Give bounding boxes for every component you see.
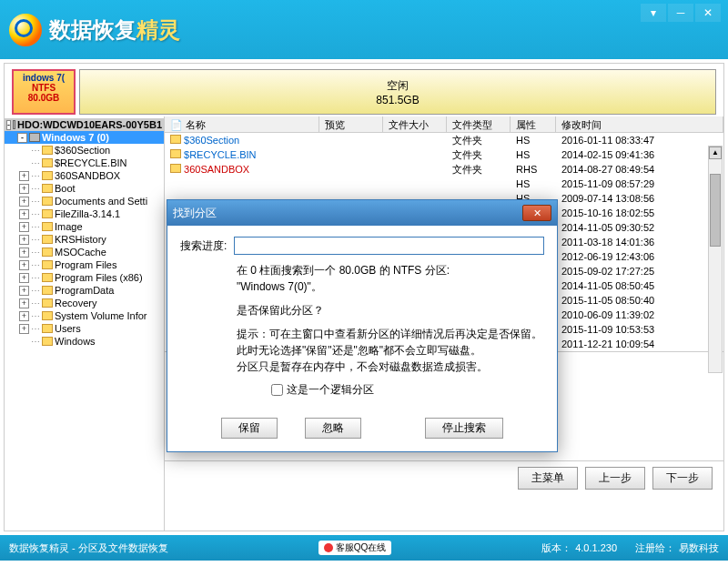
partition-map: indows 7( NTFS 80.0GB 空闲 851.5GB — [5, 64, 723, 116]
folder-icon — [42, 337, 53, 346]
tree-folder[interactable]: +⋯Users — [5, 322, 164, 335]
folder-icon — [42, 197, 53, 206]
progress-label: 搜索进度: — [180, 238, 227, 254]
dialog-close-button[interactable]: ✕ — [522, 205, 551, 221]
logical-partition-checkbox[interactable]: 这是一个逻辑分区 — [271, 382, 544, 398]
folder-icon — [42, 273, 53, 282]
file-row[interactable]: HS2015-11-09 08:57:29 — [165, 177, 723, 191]
folder-icon — [42, 324, 53, 333]
folder-icon — [42, 158, 53, 167]
folder-tree[interactable]: - HDO:WDCWD10EARS-00Y5B1 - Windows 7 (0)… — [5, 116, 165, 531]
folder-icon — [42, 311, 53, 320]
file-row[interactable]: $RECYCLE.BIN文件夹HS2014-02-15 09:41:36 — [165, 147, 723, 162]
disk-icon — [13, 120, 15, 129]
tree-volume[interactable]: - Windows 7 (0) — [5, 131, 164, 144]
tree-folder[interactable]: +⋯KRSHistory — [5, 233, 164, 246]
file-list-header: 📄 名称 预览 文件大小 文件类型 属性 修改时间 — [165, 116, 723, 133]
folder-icon — [170, 149, 181, 158]
tree-folder[interactable]: ⋯$360Section — [5, 144, 164, 157]
qq-support-button[interactable]: 客服QQ在线 — [318, 541, 392, 555]
scroll-up-icon[interactable]: ▲ — [709, 147, 722, 159]
titlebar: 数据恢复精灵 ▾ ─ ✕ — [0, 0, 728, 59]
tree-folder[interactable]: ⋯Windows — [5, 335, 164, 348]
app-title: 数据恢复精灵 — [49, 15, 180, 45]
file-row[interactable]: $360Section文件夹HS2016-01-11 08:33:47 — [165, 133, 723, 147]
folder-icon — [42, 209, 53, 218]
dropdown-icon[interactable]: ▾ — [641, 4, 666, 22]
main-menu-button[interactable]: 主菜单 — [518, 467, 578, 490]
skip-button[interactable]: 忽略 — [305, 418, 361, 439]
tree-folder[interactable]: +⋯Program Files — [5, 258, 164, 271]
app-logo-icon — [9, 14, 42, 46]
folder-icon — [42, 286, 53, 295]
progress-input[interactable] — [234, 237, 544, 255]
folder-icon — [42, 298, 53, 308]
folder-icon — [42, 222, 53, 231]
status-registration: 注册给：易数科技 — [635, 541, 719, 555]
volume-icon — [29, 133, 40, 142]
folder-icon — [42, 184, 53, 193]
qq-icon — [324, 543, 333, 552]
tree-folder[interactable]: +⋯Documents and Setti — [5, 195, 164, 207]
tree-folder[interactable]: +⋯MSOCache — [5, 246, 164, 258]
status-left: 数据恢复精灵 - 分区及文件数据恢复 — [9, 541, 168, 555]
stop-search-button[interactable]: 停止搜索 — [425, 418, 503, 439]
minimize-button[interactable]: ─ — [668, 4, 693, 22]
file-list-scrollbar[interactable]: ▲ — [708, 146, 723, 373]
tree-folder[interactable]: +⋯Boot — [5, 182, 164, 195]
partition-free[interactable]: 空闲 851.5GB — [79, 69, 716, 115]
folder-icon — [42, 171, 53, 180]
tree-folder[interactable]: +⋯ProgramData — [5, 284, 164, 297]
keep-button[interactable]: 保留 — [221, 418, 278, 439]
tree-folder[interactable]: +⋯360SANDBOX — [5, 169, 164, 182]
folder-icon — [42, 248, 53, 257]
tree-folder[interactable]: +⋯System Volume Infor — [5, 309, 164, 322]
tree-folder[interactable]: +⋯FileZilla-3.14.1 — [5, 207, 164, 220]
found-partition-dialog: 找到分区 ✕ 搜索进度: 在 0 柱面搜索到一个 80.0GB 的 NTFS 分… — [167, 199, 558, 452]
tree-folder[interactable]: +⋯Image — [5, 220, 164, 233]
folder-icon — [42, 235, 53, 244]
prev-button[interactable]: 上一步 — [585, 467, 645, 490]
close-button[interactable]: ✕ — [695, 4, 721, 22]
dialog-titlebar[interactable]: 找到分区 ✕ — [167, 200, 557, 226]
folder-icon — [42, 260, 53, 269]
status-version: 版本：4.0.1.230 — [541, 541, 617, 555]
tree-folder[interactable]: ⋯$RECYCLE.BIN — [5, 157, 164, 169]
tree-disk[interactable]: - HDO:WDCWD10EARS-00Y5B1 — [5, 118, 164, 131]
scroll-thumb[interactable] — [710, 174, 721, 247]
dialog-message: 在 0 柱面搜索到一个 80.0GB 的 NTFS 分区: "Windows 7… — [237, 262, 544, 375]
next-button[interactable]: 下一步 — [652, 467, 713, 490]
folder-icon — [170, 135, 181, 144]
partition-selected[interactable]: indows 7( NTFS 80.0GB — [12, 69, 76, 115]
folder-icon — [170, 164, 181, 173]
status-bar: 数据恢复精灵 - 分区及文件数据恢复 客服QQ在线 版本：4.0.1.230 注… — [0, 535, 728, 561]
tree-folder[interactable]: +⋯Program Files (x86) — [5, 271, 164, 284]
folder-icon — [42, 146, 53, 155]
tree-folder[interactable]: +⋯Recovery — [5, 297, 164, 309]
file-row[interactable]: 360SANDBOX文件夹RHS2014-08-27 08:49:54 — [165, 162, 723, 177]
